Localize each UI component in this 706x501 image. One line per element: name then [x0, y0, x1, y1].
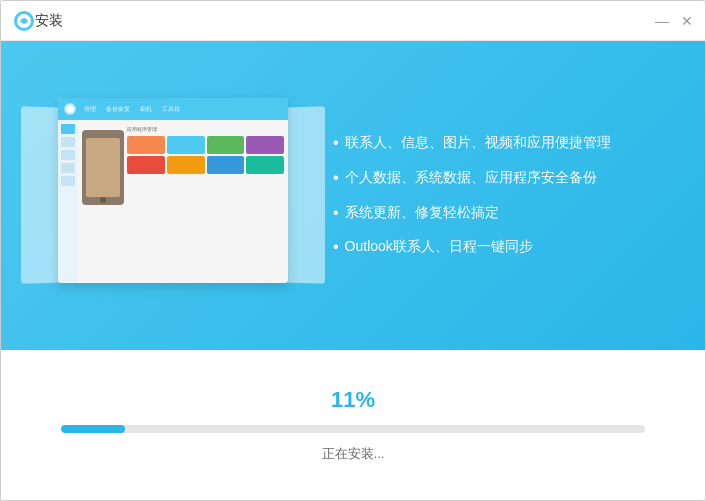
feature-item-1: • 联系人、信息、图片、视频和应用便捷管理 [333, 133, 663, 154]
titlebar: 安装 — ✕ [1, 1, 705, 41]
screenshot-tab-4: 工具箱 [158, 104, 184, 115]
main-content: 管理 备份恢复 刷机 工具箱 [1, 41, 705, 500]
window-title: 安装 [35, 12, 655, 30]
hero-section: 管理 备份恢复 刷机 工具箱 [1, 41, 705, 350]
feature-item-3: • 系统更新、修复轻松搞定 [333, 203, 663, 224]
bullet-2: • [333, 168, 339, 189]
illustration-container: 管理 备份恢复 刷机 工具箱 [43, 98, 663, 293]
app-icon-4 [246, 136, 284, 154]
progress-section: 11% 正在安装... [1, 350, 705, 500]
feature-item-2: • 个人数据、系统数据、应用程序安全备份 [333, 168, 663, 189]
app-screenshot: 管理 备份恢复 刷机 工具箱 [58, 98, 288, 283]
sidebar-item-4 [61, 163, 75, 173]
app-icon-6 [167, 156, 205, 174]
screenshot-tab-1: 管理 [80, 104, 100, 115]
progress-bar-container [61, 425, 645, 433]
app-icon-3 [207, 136, 245, 154]
screenshot-sidebar [58, 120, 78, 283]
feature-list: • 联系人、信息、图片、视频和应用便捷管理 • 个人数据、系统数据、应用程序安全… [333, 133, 663, 258]
app-icon-2 [167, 136, 205, 154]
app-icon-7 [207, 156, 245, 174]
screenshot-main: 应用程序管理 [78, 120, 288, 283]
app-icon-1 [127, 136, 165, 154]
screenshot-tab-2: 备份恢复 [102, 104, 134, 115]
sidebar-item-2 [61, 137, 75, 147]
phone-screen [86, 138, 120, 197]
feature-text-2: 个人数据、系统数据、应用程序安全备份 [345, 168, 597, 188]
sidebar-item-3 [61, 150, 75, 160]
progress-bar-fill [61, 425, 125, 433]
app-grid-area: 应用程序管理 [127, 124, 284, 279]
installer-window: 安装 — ✕ 管理 [0, 0, 706, 501]
progress-percent: 11% [331, 387, 375, 413]
feature-text-3: 系统更新、修复轻松搞定 [345, 203, 499, 223]
screenshot-logo [64, 103, 76, 115]
feature-text-1: 联系人、信息、图片、视频和应用便捷管理 [345, 133, 611, 153]
sidebar-item-5 [61, 176, 75, 186]
bullet-3: • [333, 203, 339, 224]
bullet-4: • [333, 237, 339, 258]
app-grid [127, 136, 284, 174]
screenshot-tabs: 管理 备份恢复 刷机 工具箱 [80, 104, 184, 115]
bullet-1: • [333, 133, 339, 154]
app-logo [13, 10, 35, 32]
window-controls: — ✕ [655, 14, 693, 28]
phone-home-button [100, 197, 106, 203]
screenshot-container: 管理 备份恢复 刷机 工具箱 [43, 98, 303, 293]
screenshot-body: 应用程序管理 [58, 120, 288, 283]
app-icon-8 [246, 156, 284, 174]
screenshot-tab-3: 刷机 [136, 104, 156, 115]
status-text: 正在安装... [322, 445, 385, 463]
phone-mockup [82, 130, 124, 205]
sidebar-item-1 [61, 124, 75, 134]
app-grid-title: 应用程序管理 [127, 124, 284, 134]
feature-text-4: Outlook联系人、日程一键同步 [345, 237, 533, 257]
close-button[interactable]: ✕ [681, 14, 693, 28]
app-icon-5 [127, 156, 165, 174]
minimize-button[interactable]: — [655, 14, 669, 28]
svg-point-2 [22, 19, 26, 23]
feature-item-4: • Outlook联系人、日程一键同步 [333, 237, 663, 258]
screenshot-topbar: 管理 备份恢复 刷机 工具箱 [58, 98, 288, 120]
